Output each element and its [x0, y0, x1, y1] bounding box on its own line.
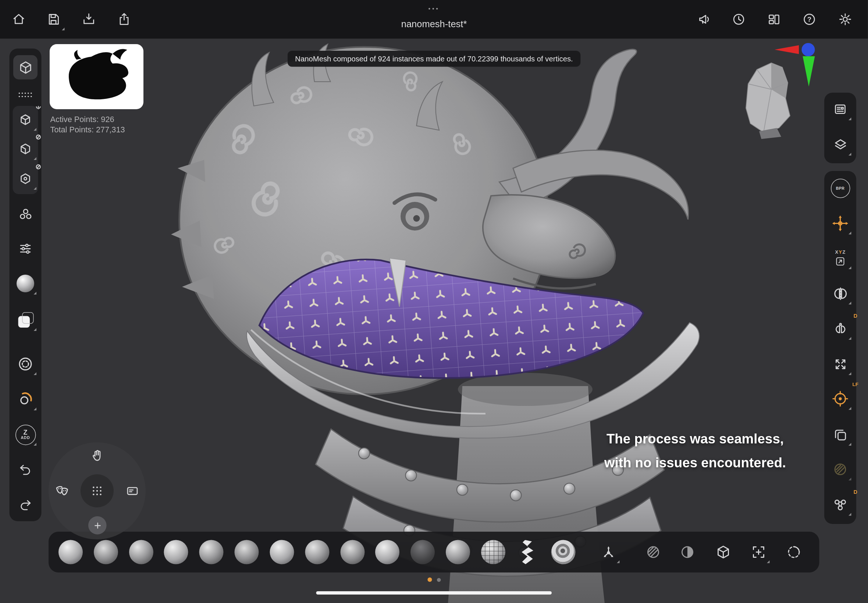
- frame-add-button[interactable]: [747, 540, 771, 564]
- nav-wheel-center[interactable]: [80, 474, 114, 507]
- polyframe-button[interactable]: [711, 540, 736, 564]
- share-button[interactable]: [112, 7, 136, 32]
- brush-thumbnail[interactable]: [410, 540, 435, 564]
- layout-icon: [767, 12, 781, 26]
- brush-thumbnail[interactable]: [59, 540, 83, 564]
- lf-target-button[interactable]: LF: [828, 387, 853, 411]
- hand-tool-button[interactable]: [85, 444, 109, 468]
- brush-thumbnail[interactable]: [235, 540, 259, 564]
- redo-button[interactable]: [13, 493, 37, 517]
- document-title[interactable]: nanomesh-test*: [401, 19, 467, 30]
- left-toolbar: Z ADD: [9, 48, 42, 521]
- page-dot-active[interactable]: [427, 578, 432, 582]
- add-button[interactable]: [88, 516, 107, 535]
- material-sphere: [17, 275, 34, 292]
- material-button[interactable]: [13, 271, 37, 295]
- instance-copy-button[interactable]: [828, 422, 853, 447]
- smooth-off-icon: [19, 172, 33, 186]
- brush-thumbnail[interactable]: [129, 540, 153, 564]
- right-info-panel: [824, 93, 856, 163]
- masks-button[interactable]: [50, 479, 74, 503]
- nanomesh-button[interactable]: D: [828, 493, 853, 517]
- texture-squares-icon: [18, 316, 30, 328]
- subtitle-caption: The process was seamless, with no issues…: [560, 427, 831, 474]
- hatch-mask-button[interactable]: [641, 540, 665, 564]
- masks-icon: [54, 484, 70, 499]
- alpha-preview-card[interactable]: [50, 44, 144, 109]
- stroke-button[interactable]: [13, 352, 37, 376]
- page-dot[interactable]: [437, 578, 441, 582]
- texture-button[interactable]: [13, 308, 37, 332]
- undo-button[interactable]: [13, 458, 37, 482]
- brush-thumbnail[interactable]: [270, 540, 294, 564]
- transpose-tool-button[interactable]: [597, 540, 621, 564]
- brush-thumbnail[interactable]: [446, 540, 470, 564]
- pose-symmetry-button[interactable]: D: [828, 317, 853, 341]
- home-icon: [12, 12, 26, 26]
- layout-button[interactable]: [762, 7, 786, 32]
- settings-button[interactable]: [833, 7, 857, 32]
- alpha-arc-icon: [17, 391, 34, 408]
- history-button[interactable]: [727, 7, 751, 32]
- import-button[interactable]: [77, 7, 101, 32]
- card-button[interactable]: [120, 479, 145, 503]
- card-icon: [125, 484, 140, 498]
- save-more-indicator: [62, 28, 65, 31]
- none-badge-icon: [35, 164, 42, 170]
- help-button[interactable]: ?: [797, 7, 822, 32]
- brush-thumbnail[interactable]: [200, 540, 224, 564]
- bpr-button[interactable]: BPR: [828, 176, 853, 200]
- expand-button[interactable]: [828, 352, 853, 376]
- brush-thumbnail[interactable]: [375, 540, 399, 564]
- d-badge: D: [854, 489, 857, 495]
- app-window: ••• nanomesh-test* ?: [0, 0, 868, 603]
- brush-thumbnail[interactable]: [340, 540, 365, 564]
- alpha-falloff-button[interactable]: [13, 387, 37, 411]
- window-overflow-dots[interactable]: •••: [429, 5, 440, 12]
- brush-thumbnail[interactable]: [164, 540, 188, 564]
- brush-thumbnail[interactable]: [481, 540, 505, 564]
- scene-button[interactable]: [13, 202, 37, 226]
- dashed-circle-button[interactable]: [782, 540, 806, 564]
- transpose-icon: [601, 544, 616, 560]
- gizmo-button[interactable]: [828, 212, 853, 236]
- brush-thumbnail[interactable]: [94, 540, 118, 564]
- half-shade-button[interactable]: [675, 540, 699, 564]
- zadd-button[interactable]: Z ADD: [13, 422, 37, 447]
- announce-icon: [697, 12, 712, 26]
- dot-grid-icon: [18, 90, 33, 99]
- top-toolbar: ••• nanomesh-test* ?: [0, 0, 868, 39]
- news-icon: [833, 102, 847, 116]
- mask-off-icon: [19, 142, 33, 156]
- cube-wire-icon: [716, 544, 731, 560]
- mirror-button[interactable]: [828, 281, 853, 306]
- paint-disabled-button[interactable]: [828, 458, 853, 482]
- expand-icon: [833, 357, 848, 372]
- nanomesh-tooltip: NanoMesh composed of 924 instances made …: [287, 51, 580, 67]
- layers-button[interactable]: [828, 132, 853, 157]
- brush-thumbnail[interactable]: [551, 540, 576, 564]
- smooth-off-button[interactable]: [13, 167, 37, 191]
- news-button[interactable]: [828, 97, 853, 121]
- dot-grid-button[interactable]: [13, 83, 37, 107]
- adjustments-button[interactable]: [13, 237, 37, 261]
- share-icon: [117, 12, 131, 26]
- home-indicator[interactable]: [316, 591, 552, 595]
- brush-thumbnail[interactable]: [305, 540, 330, 564]
- mask-off-button[interactable]: [13, 137, 37, 161]
- tool-3d-mode-button[interactable]: [13, 55, 37, 79]
- brush-thumbnail[interactable]: [516, 540, 540, 564]
- sculpt-mesh-button[interactable]: [13, 108, 37, 132]
- help-glyph: ?: [807, 15, 811, 23]
- plus-icon: [93, 521, 102, 530]
- xyz-scale-button[interactable]: XYZ: [828, 246, 853, 270]
- save-button[interactable]: [42, 7, 66, 32]
- scene-icon: [18, 207, 33, 222]
- home-button[interactable]: [7, 7, 31, 32]
- alpha-silhouette: [55, 48, 138, 105]
- history-icon: [732, 12, 746, 26]
- settings-gear-icon: [838, 12, 853, 26]
- import-icon: [82, 12, 96, 26]
- save-icon: [46, 12, 61, 26]
- announcements-button[interactable]: [693, 7, 717, 32]
